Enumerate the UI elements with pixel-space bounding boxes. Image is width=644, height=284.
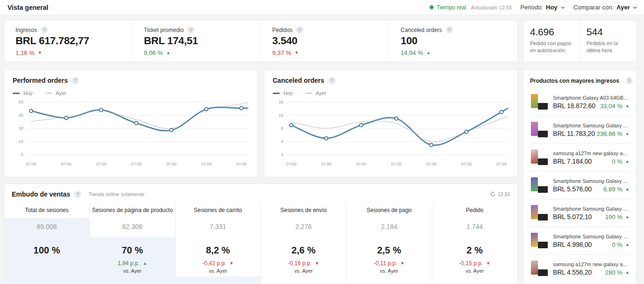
funnel-fill xyxy=(176,276,261,284)
legend-swatch xyxy=(273,93,280,94)
kpi-card: Ingresos ? BRL 617.782,77 1,16 % ▼ xyxy=(4,20,132,62)
side-stat-label: Pedido con pagos en autorización xyxy=(530,40,573,54)
funnel-step-count: 2.276 xyxy=(261,223,346,230)
kpi-delta: 14,94 % ▲ xyxy=(401,49,506,56)
product-revenue: BRL 5.576,00 xyxy=(553,185,604,193)
chart-legend: HoyAyer xyxy=(273,90,509,96)
product-row[interactable]: Smartphone Samsung Galaxy A22 12… BRL 5.… xyxy=(530,172,629,199)
svg-text:0: 0 xyxy=(21,152,23,157)
svg-text:07:00: 07:00 xyxy=(201,162,212,166)
svg-text:07:00: 07:00 xyxy=(321,162,331,166)
product-row[interactable]: Smartphone Samsung Galaxy A72, C… BRL 4.… xyxy=(530,227,629,255)
product-thumbnail xyxy=(530,232,548,249)
product-delta: 33,04 % ▲ xyxy=(600,103,629,110)
trend-arrow-icon: ▲ xyxy=(625,159,629,164)
svg-text:07:00: 07:00 xyxy=(461,162,472,166)
funnel-step-count: 89.008 xyxy=(4,223,89,230)
funnel-step: Sesiones de pago 2.184 2,5 % -0,11 p.p. … xyxy=(346,203,431,284)
funnel-step-delta: 1,94 p.p. ▲ xyxy=(90,260,175,267)
side-stat-value: 4.696 xyxy=(530,26,573,38)
trend-arrow-icon: ▼ xyxy=(230,261,234,266)
svg-text:12: 12 xyxy=(279,113,284,118)
funnel-step-label: Sesiones de página de producto xyxy=(90,203,175,213)
svg-text:07:00: 07:00 xyxy=(236,162,246,166)
funnel-delta-value: -0,42 p.p. xyxy=(202,260,226,267)
product-row[interactable]: Smartphone Samsung Galaxy A32 12… BRL 11… xyxy=(530,116,629,144)
period-select[interactable]: Periodo: Hoy xyxy=(521,4,565,11)
sales-funnel-card: Embudo de ventas ? Tienda online solamen… xyxy=(4,183,518,284)
help-icon[interactable]: ? xyxy=(296,26,303,33)
help-icon[interactable]: ? xyxy=(329,77,336,84)
funnel-step-percent: 2,5 % xyxy=(346,245,431,256)
product-revenue: BRL 4.998,00 xyxy=(553,241,612,248)
kpi-value: BRL 174,51 xyxy=(144,35,250,47)
chevron-down-icon xyxy=(633,5,637,10)
product-delta: 6,89 % ▲ xyxy=(604,186,629,193)
product-delta: 280 % ▲ xyxy=(605,269,629,276)
kpi-label: Ticket promedio xyxy=(144,27,184,33)
help-icon[interactable]: ? xyxy=(187,26,194,33)
topbar: Vista general Tiempo real Actualizado 12… xyxy=(0,0,644,15)
product-delta-value: 190 % xyxy=(605,213,622,221)
top-products-card: Productos con mayores ingresos ? Smartph… xyxy=(523,70,636,284)
box-image xyxy=(538,158,548,165)
compare-select[interactable]: Comparar con: Ayer xyxy=(574,4,637,11)
page-title: Vista general xyxy=(8,4,48,11)
phone-image xyxy=(531,150,538,164)
product-row[interactable]: samsung a127m new galaxy a12 64gb… BRL 7… xyxy=(530,144,629,172)
box-image xyxy=(538,214,548,221)
funnel-step-label: Sesiones de pago xyxy=(346,203,431,213)
kpi-row: Ingresos ? BRL 617.782,77 1,16 % ▼ Ticke… xyxy=(4,20,518,62)
product-delta: 0 % ▲ xyxy=(612,158,629,165)
kpi-value: 100 xyxy=(401,35,506,47)
trend-arrow-icon: ▼ xyxy=(486,261,491,266)
charts-row: Performed orders ? HoyAyer 01530456007:0… xyxy=(4,70,518,177)
kpi-delta-value: 14,94 % xyxy=(401,49,423,56)
product-delta-value: 0 % xyxy=(612,158,622,165)
trend-arrow-icon: ▲ xyxy=(625,270,629,275)
funnel-step-percent: 2,6 % xyxy=(261,245,346,256)
funnel-delta-value: -0,15 p.p. xyxy=(459,260,483,267)
funnel-step-percent: 100 % xyxy=(4,245,89,256)
trend-arrow-icon: ▲ xyxy=(143,261,147,266)
chart-title: Canceled orders xyxy=(273,77,324,84)
kpi-delta: 9,06 % ▲ xyxy=(144,49,250,56)
legend-label: Hoy xyxy=(284,90,293,96)
box-image xyxy=(538,131,548,137)
trend-arrow-icon: ▲ xyxy=(426,51,430,55)
refresh-button[interactable]: 12:10 xyxy=(490,191,510,197)
funnel-step-delta: -0,11 p.p. ▼ xyxy=(346,260,431,267)
help-icon[interactable]: ? xyxy=(446,26,453,33)
chart-title: Performed orders xyxy=(13,77,68,84)
product-delta-value: 236,86 % xyxy=(597,130,622,137)
product-row[interactable]: samsung a127m new galaxy a12 64gb… BRL 4… xyxy=(530,255,629,283)
refresh-icon xyxy=(490,191,496,197)
help-icon[interactable]: ? xyxy=(626,77,633,84)
funnel-vs-label: vs. Ayer xyxy=(346,268,431,274)
phone-image xyxy=(531,94,538,108)
chart-legend: HoyAyer xyxy=(13,90,249,96)
help-icon[interactable]: ? xyxy=(74,191,81,198)
funnel-step-delta: -0,16 p.p. ▼ xyxy=(261,260,346,267)
product-name: samsung a127m new galaxy a12 64gb… xyxy=(553,261,629,267)
kpi-label: Canceled orders xyxy=(401,27,442,33)
compare-value: Ayer xyxy=(617,4,630,11)
help-icon[interactable]: ? xyxy=(41,26,48,33)
legend-item: Hoy xyxy=(273,90,293,96)
product-row[interactable]: Smartphone Samsung Galaxy A32 12… BRL 5.… xyxy=(530,199,629,227)
help-icon[interactable]: ? xyxy=(72,77,79,84)
product-row[interactable]: Smartphone Galaxy A03 64GB 4G Wi-… BRL 1… xyxy=(530,88,629,116)
legend-label: Ayer xyxy=(316,90,326,96)
product-revenue: BRL 18.872,60 xyxy=(553,102,600,110)
product-revenue: BRL 11.783,20 xyxy=(553,130,597,137)
updated-timestamp: Actualizado 12:55 xyxy=(471,5,512,10)
svg-text:07:00: 07:00 xyxy=(391,162,401,166)
svg-text:8: 8 xyxy=(281,126,284,131)
product-delta: 190 % ▲ xyxy=(605,213,629,221)
phone-image xyxy=(531,233,538,247)
svg-text:07:00: 07:00 xyxy=(496,162,506,166)
legend-label: Ayer xyxy=(56,90,66,96)
funnel-body: Total de sesiones 89.008 100 % Sesiones … xyxy=(4,203,517,284)
svg-text:60: 60 xyxy=(19,100,23,104)
box-image xyxy=(538,269,548,276)
